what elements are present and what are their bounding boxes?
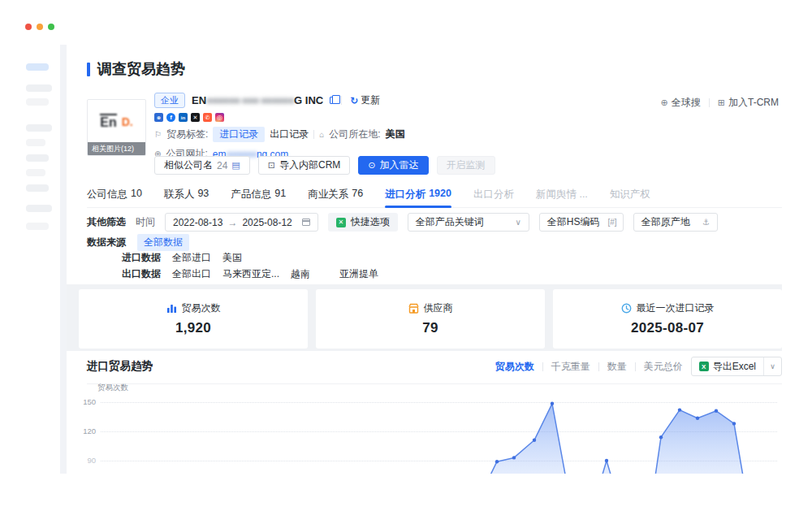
sidebar-item[interactable] xyxy=(26,223,49,230)
metric-usd-total[interactable]: 美元总价 xyxy=(644,360,683,374)
header-actions: ⊕ 全球搜 ⊞ 加入T-CRM xyxy=(661,96,779,110)
close-window-button[interactable] xyxy=(25,24,32,30)
radar-icon: ⊙ xyxy=(368,160,375,171)
sidebar-item[interactable] xyxy=(26,205,52,212)
global-search-icon: ⊕ xyxy=(661,97,668,108)
export-options-caret[interactable]: ∨ xyxy=(763,357,781,375)
export-records-tag[interactable]: 出口记录 xyxy=(270,128,309,141)
import-records-tag[interactable]: 进口记录 xyxy=(213,127,265,142)
add-radar-button[interactable]: ⊙ 加入雷达 xyxy=(358,156,428,175)
trend-chart: 贸易次数 150 120 90 xyxy=(67,378,782,474)
instagram-icon[interactable]: ◎ xyxy=(215,113,224,122)
quick-options-button[interactable]: ✕ 快捷选项 xyxy=(328,213,398,232)
import-icon: ⊡ xyxy=(268,160,275,171)
main-content: 调查贸易趋势 ⊕ 全球搜 ⊞ 加入T-CRM En D. 相关图片(12) 企业 xyxy=(67,45,782,474)
export-filter-asia-bill[interactable]: 亚洲提单 xyxy=(339,267,378,281)
sidebar-item[interactable] xyxy=(26,139,45,146)
sidebar-item[interactable] xyxy=(26,124,52,132)
divider xyxy=(598,362,599,371)
company-logo-accent: D. xyxy=(122,115,133,128)
sidebar-item[interactable] xyxy=(26,184,49,192)
excel-icon: X xyxy=(699,362,709,371)
similar-companies-button[interactable]: 相似公司名 24 ▤ xyxy=(154,156,250,175)
metric-quantity[interactable]: 数量 xyxy=(607,360,627,374)
data-source-label: 数据来源 xyxy=(87,236,126,249)
data-source-row: 数据来源 全部数据 xyxy=(87,234,189,251)
sidebar-item[interactable] xyxy=(26,98,49,106)
tab-export-analysis[interactable]: 出口分析 xyxy=(473,188,514,207)
export-excel-button[interactable]: X 导出Excel xyxy=(692,360,763,374)
chevron-down-icon: ∨ xyxy=(515,218,520,227)
zoom-window-button[interactable] xyxy=(48,24,54,30)
linkedin-icon[interactable]: in xyxy=(179,113,188,122)
export-data-row: 出口数据 全部出口 马来西亚定... 越南 亚洲提单 xyxy=(122,267,378,281)
location-label: 公司所在地: xyxy=(329,128,380,141)
global-search-button[interactable]: ⊕ 全球搜 xyxy=(661,96,701,110)
import-filter-usa[interactable]: 美国 xyxy=(222,251,242,265)
add-tcrm-button[interactable]: ⊞ 加入T-CRM xyxy=(718,96,779,110)
page-title-row: 调查贸易趋势 xyxy=(87,59,185,79)
anchor-icon: ⚓ xyxy=(702,218,710,227)
app-window: 调查贸易趋势 ⊕ 全球搜 ⊞ 加入T-CRM En D. 相关图片(12) 企业 xyxy=(0,0,812,511)
copy-icon[interactable] xyxy=(330,97,336,104)
date-range-input[interactable]: 2022-08-13 → 2025-08-12 xyxy=(165,213,318,232)
origin-select[interactable]: 全部原产地 ⚓ xyxy=(633,213,718,232)
trend-line-chart[interactable] xyxy=(67,378,782,474)
metric-kg-weight[interactable]: 千克重量 xyxy=(551,360,590,374)
building-icon: ⌂ xyxy=(319,130,324,139)
facebook-icon[interactable]: f xyxy=(166,113,175,122)
tab-business-relations[interactable]: 商业关系76 xyxy=(308,188,363,207)
start-monitor-button[interactable]: 开启监测 xyxy=(437,156,495,175)
tab-products[interactable]: 产品信息91 xyxy=(231,188,286,207)
export-filter-malaysia[interactable]: 马来西亚定... xyxy=(222,267,279,281)
sidebar-item[interactable] xyxy=(26,63,49,71)
social-links: ⊕ f in ✕ ✆ ◎ xyxy=(154,113,405,122)
tag-icon: ⚐ xyxy=(154,130,162,139)
stat-value: 79 xyxy=(422,320,438,336)
import-filter-all[interactable]: 全部进口 xyxy=(172,251,211,265)
stat-card-suppliers: 供应商 79 xyxy=(316,289,545,349)
company-info: 企业 EN■■■■■■ ■■■ ■■■■■■G INC ↻ 更新 ⊕ f in … xyxy=(154,93,405,161)
tab-contacts[interactable]: 联系人93 xyxy=(164,188,209,207)
tab-company-info[interactable]: 公司信息10 xyxy=(87,188,142,207)
update-button[interactable]: ↻ 更新 xyxy=(350,93,380,107)
export-filter-all[interactable]: 全部出口 xyxy=(172,267,211,281)
tab-import-analysis[interactable]: 进口分析1920 xyxy=(385,188,451,207)
company-logo[interactable]: En D. 相关图片(12) xyxy=(87,99,146,156)
import-crm-button[interactable]: ⊡ 导入内部CRM xyxy=(258,156,351,175)
minimize-window-button[interactable] xyxy=(37,24,43,30)
related-images-label[interactable]: 相关图片(12) xyxy=(88,142,145,155)
export-filter-vietnam[interactable]: 越南 xyxy=(291,267,310,281)
stat-label: 贸易次数 xyxy=(182,301,221,315)
quick-options-icon: ✕ xyxy=(336,218,346,227)
tab-intellectual-property[interactable]: 知识产权 xyxy=(610,188,650,207)
sidebar-item[interactable] xyxy=(26,169,45,176)
stat-card-last-import: 最近一次进口记录 2025-08-07 xyxy=(553,289,782,349)
hs-code-select[interactable]: 全部HS编码 [#] xyxy=(539,213,624,232)
company-logo-text: En xyxy=(100,114,116,130)
import-data-row: 进口数据 全部进口 美国 xyxy=(122,251,242,265)
stat-label: 最近一次进口记录 xyxy=(637,301,715,315)
section-tabs: 公司信息10 联系人93 产品信息91 商业关系76 进口分析1920 出口分析… xyxy=(87,188,782,208)
divider xyxy=(709,98,710,107)
x-twitter-icon[interactable]: ✕ xyxy=(191,113,200,122)
redacted-name: ■■■■■■ ■■■ ■■■■■■ xyxy=(206,94,294,106)
company-name: EN■■■■■■ ■■■ ■■■■■■G INC xyxy=(192,94,323,106)
location-value: 美国 xyxy=(386,128,405,141)
chevron-down-icon: ∨ xyxy=(770,362,775,370)
sidebar-item[interactable] xyxy=(26,84,52,92)
phone-icon[interactable]: ✆ xyxy=(203,113,212,122)
all-data-filter[interactable]: 全部数据 xyxy=(137,234,189,251)
sidebar-item[interactable] xyxy=(26,154,49,162)
trade-tags-row: ⚐ 贸易标签: 进口记录 出口记录 ⌂ 公司所在地: 美国 xyxy=(154,127,405,142)
tcrm-icon: ⊞ xyxy=(718,97,725,108)
product-keywords-select[interactable]: 全部产品关键词 ∨ xyxy=(408,213,529,232)
divider xyxy=(542,362,543,371)
page-title: 调查贸易趋势 xyxy=(97,59,185,79)
import-data-label: 进口数据 xyxy=(122,251,161,265)
tab-news[interactable]: 新闻舆情 ... xyxy=(536,188,588,207)
divider xyxy=(313,130,314,139)
metric-trade-count[interactable]: 贸易次数 xyxy=(495,360,534,374)
website-social-icon[interactable]: ⊕ xyxy=(154,113,163,122)
company-type-badge: 企业 xyxy=(154,93,185,108)
